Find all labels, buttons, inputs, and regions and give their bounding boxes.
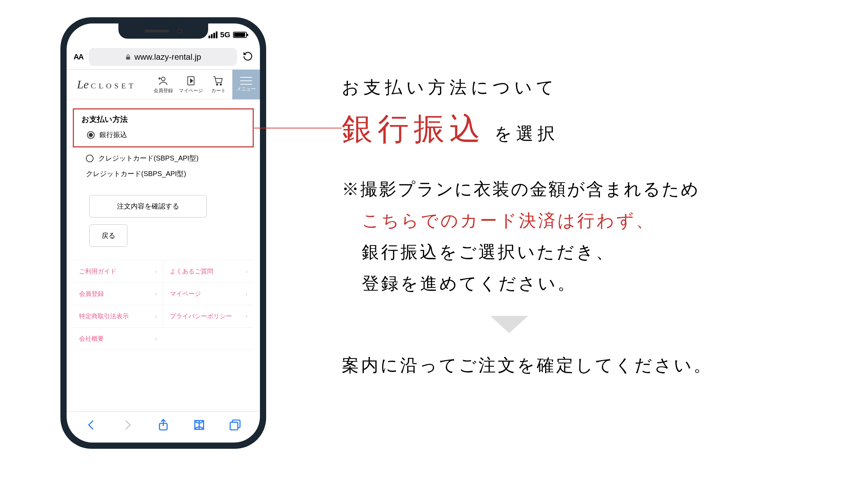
safari-address-bar: AA www.lazy-rental.jp (67, 44, 260, 70)
instruction-highlight: 銀行振込 (342, 108, 485, 150)
instruction-suffix: を選択 (494, 122, 559, 145)
confirm-order-button[interactable]: 注文内容を確認する (89, 195, 207, 217)
chevron-right-icon: › (245, 268, 248, 275)
chevron-right-icon: › (155, 290, 157, 298)
svg-point-5 (216, 84, 218, 85)
site-logo[interactable]: Le CLOSET (77, 78, 149, 91)
footer-link-mypage[interactable]: マイページ › (163, 283, 254, 305)
share-button[interactable] (157, 418, 170, 433)
page-content: お支払い方法 銀行振込 クレジットカード(SBPS_API型) クレジットカード… (67, 99, 260, 411)
svg-rect-9 (230, 422, 238, 430)
battery-icon (233, 32, 247, 38)
reload-button[interactable] (243, 51, 253, 63)
radio-label: クレジットカード(SBPS_API型) (98, 154, 198, 163)
register-button[interactable]: 会員登録 (149, 75, 177, 94)
iphone-notch (118, 23, 208, 39)
instruction-line-1: お支払い方法について (342, 76, 832, 99)
radio-label: 銀行振込 (99, 130, 127, 139)
payment-method-box: お支払い方法 銀行振込 (73, 108, 254, 147)
forward-nav-button[interactable] (121, 418, 134, 433)
radio-icon (87, 131, 95, 139)
instruction-note-d: 登録を進めてください。 (362, 272, 832, 295)
footer-link-company[interactable]: 会社概要 › (73, 328, 163, 350)
instruction-note-b: こちらでのカード決済は行わず、 (362, 209, 832, 232)
down-arrow-icon (490, 316, 528, 333)
mypage-button[interactable]: マイページ (177, 75, 205, 94)
iphone-frame: 5G AA www.lazy-rental.jp (60, 17, 266, 449)
network-label: 5G (220, 30, 230, 39)
text-size-button[interactable]: AA (74, 52, 83, 61)
radio-icon (86, 155, 94, 162)
footer-link-guide[interactable]: ご利用ガイド › (73, 260, 163, 282)
url-field[interactable]: www.lazy-rental.jp (89, 48, 237, 66)
bookmarks-button[interactable] (193, 418, 206, 433)
url-text: www.lazy-rental.jp (134, 52, 201, 62)
svg-rect-0 (126, 57, 130, 59)
lock-icon (125, 54, 132, 60)
back-nav-button[interactable] (85, 418, 98, 433)
radio-credit-card[interactable]: クレジットカード(SBPS_API型) (86, 154, 250, 163)
cart-button[interactable]: カート (205, 75, 232, 94)
instruction-note-a: ※撮影プランに衣装の金額が含まれるため (342, 178, 832, 201)
iphone-screen: 5G AA www.lazy-rental.jp (67, 23, 260, 443)
hamburger-icon (240, 77, 252, 85)
saved-method-label: クレジットカード(SBPS_API型) (86, 169, 250, 178)
radio-bank-transfer[interactable]: 銀行振込 (87, 130, 245, 139)
back-button[interactable]: 戻る (89, 224, 127, 247)
callout-connector (254, 128, 342, 128)
instruction-note-c: 銀行振込をご選択いただき、 (362, 241, 832, 264)
chevron-right-icon: › (245, 313, 248, 320)
chevron-right-icon: › (155, 313, 157, 320)
safari-toolbar (67, 411, 260, 443)
instruction-panel: お支払い方法について 銀行振込 を選択 ※撮影プランに衣装の金額が含まれるため … (342, 76, 832, 377)
payment-heading: お支払い方法 (81, 114, 245, 125)
site-header: Le CLOSET 会員登録 マイページ カート メニュー (67, 70, 260, 99)
chevron-right-icon: › (245, 290, 248, 298)
instruction-final: 案内に沿ってご注文を確定してください。 (342, 354, 832, 377)
svg-point-1 (162, 77, 165, 81)
tabs-button[interactable] (229, 418, 242, 433)
footer-link-faq[interactable]: よくあるご質問 › (163, 260, 254, 282)
footer-links: ご利用ガイド › よくあるご質問 › 会員登録 › マイページ (73, 260, 254, 350)
menu-button[interactable]: メニュー (232, 70, 260, 99)
footer-link-privacy[interactable]: プライバシーポリシー › (163, 305, 254, 327)
footer-link-register[interactable]: 会員登録 › (73, 283, 163, 305)
chevron-right-icon: › (155, 335, 157, 342)
chevron-right-icon: › (155, 268, 157, 275)
signal-icon (209, 31, 217, 38)
footer-link-legal[interactable]: 特定商取引法表示 › (73, 305, 163, 327)
svg-point-6 (220, 84, 222, 85)
